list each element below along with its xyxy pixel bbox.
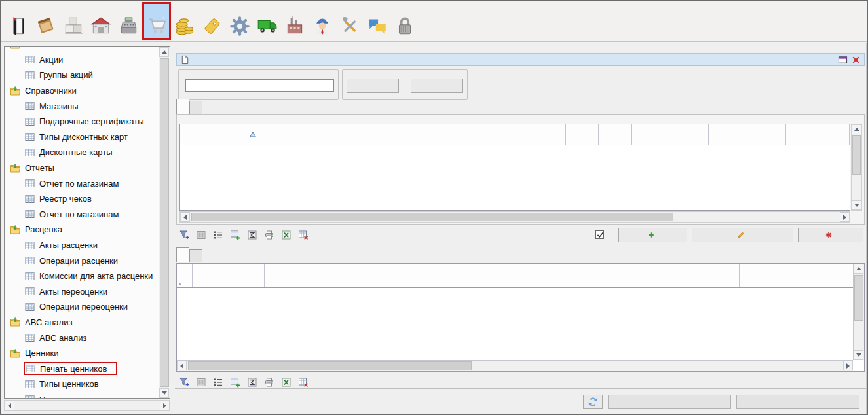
- sidebar-horizontal-scrollbar[interactable]: [4, 400, 170, 411]
- toolbar-item-ved[interactable]: [309, 2, 336, 40]
- sidebar-item[interactable]: Операции расценки: [5, 253, 158, 268]
- sidebar-item[interactable]: Акты расценки: [5, 238, 158, 253]
- sidebar-item[interactable]: Типы дисконтных карт: [5, 130, 158, 145]
- sidebar-item[interactable]: [5, 46, 158, 52]
- column-header-sku[interactable]: [316, 264, 461, 287]
- scroll-down-button[interactable]: [159, 388, 169, 398]
- scroll-up-button[interactable]: [852, 124, 861, 134]
- toolbar-item-warehouse[interactable]: [87, 2, 115, 40]
- numbered-list-icon[interactable]: [212, 376, 224, 388]
- sidebar-item[interactable]: Расценка: [5, 222, 158, 238]
- column-header-type[interactable]: [180, 124, 328, 145]
- filter-add-icon[interactable]: [178, 376, 190, 388]
- column-header-price[interactable]: [740, 264, 785, 287]
- column-header-unit[interactable]: [785, 264, 864, 287]
- sidebar-item[interactable]: Печать ценников: [5, 361, 158, 376]
- scroll-down-button[interactable]: [852, 200, 861, 210]
- scrollbar-thumb[interactable]: [854, 275, 863, 321]
- sidebar-item[interactable]: АВС анализ: [5, 315, 158, 331]
- print-icon[interactable]: [263, 229, 275, 241]
- columns-icon[interactable]: [195, 376, 207, 388]
- columns-icon[interactable]: [195, 229, 207, 241]
- tab-specification[interactable]: [176, 247, 189, 262]
- sidebar-item[interactable]: Отчет по магазинам: [5, 175, 158, 191]
- store-name-input[interactable]: [185, 79, 334, 92]
- sidebar-item[interactable]: Группы акций: [5, 67, 158, 83]
- excel-export-icon[interactable]: [280, 376, 292, 388]
- toolbar-item-purchases[interactable]: [60, 2, 87, 40]
- sidebar-vertical-scrollbar[interactable]: [159, 47, 170, 398]
- table-horizontal-scrollbar[interactable]: [177, 360, 853, 371]
- sidebar-item[interactable]: Комиссии для акта расценки: [5, 268, 158, 284]
- scroll-right-button[interactable]: [843, 361, 853, 370]
- filter-add-icon[interactable]: [178, 229, 190, 241]
- table-vertical-scrollbar[interactable]: [853, 264, 864, 360]
- column-header-computer[interactable]: [786, 124, 850, 145]
- scroll-left-button[interactable]: [5, 401, 14, 410]
- sum-icon[interactable]: [246, 376, 258, 388]
- sidebar-item[interactable]: Магазины: [5, 98, 158, 114]
- toolbar-item-prices[interactable]: [198, 2, 226, 40]
- toolbar-item-sales[interactable]: [115, 2, 142, 40]
- toolbar-item-account[interactable]: [391, 2, 419, 40]
- sidebar-item[interactable]: Реестр чеков: [5, 191, 158, 207]
- all-goods-button[interactable]: [411, 79, 463, 93]
- tab-print-forms[interactable]: [189, 249, 202, 262]
- column-header-name[interactable]: [461, 264, 740, 287]
- sidebar-item[interactable]: Акции: [5, 52, 158, 68]
- scroll-left-button[interactable]: [177, 361, 187, 370]
- excel-export-icon[interactable]: [280, 229, 292, 241]
- refresh-button[interactable]: [583, 395, 603, 409]
- sidebar-item[interactable]: Параметры скидок за количество: [5, 392, 158, 399]
- sidebar-item[interactable]: Типы ценников: [5, 376, 158, 392]
- delete-button[interactable]: [798, 228, 863, 242]
- scroll-right-button[interactable]: [840, 212, 850, 222]
- toolbar-item-transport[interactable]: [254, 2, 281, 40]
- sidebar-item[interactable]: АВС анализ: [5, 330, 158, 346]
- sidebar-item[interactable]: Отчеты: [5, 160, 158, 176]
- sidebar-item[interactable]: Дисконтные карты: [5, 145, 158, 160]
- add-button[interactable]: [618, 228, 687, 242]
- leftovers-button[interactable]: [347, 79, 399, 93]
- column-header-date[interactable]: [566, 124, 599, 145]
- maximize-icon[interactable]: [838, 55, 848, 65]
- checkbox-checked[interactable]: [595, 230, 604, 239]
- sidebar-item[interactable]: Операции переоценки: [5, 299, 158, 315]
- sidebar-item[interactable]: Справочники: [5, 83, 158, 99]
- scroll-right-button[interactable]: [160, 401, 170, 410]
- toolbar-item-desktop[interactable]: [5, 2, 32, 40]
- scrollbar-thumb[interactable]: [160, 58, 169, 387]
- add-row-icon[interactable]: [229, 376, 241, 388]
- sidebar-item[interactable]: Ценники: [5, 346, 158, 361]
- column-header-mark[interactable]: [177, 264, 193, 287]
- column-header-created[interactable]: [709, 124, 786, 145]
- sum-icon[interactable]: [246, 229, 258, 241]
- add-row-icon[interactable]: [229, 229, 241, 241]
- tab-print-price-tags[interactable]: [176, 99, 189, 114]
- sidebar-item[interactable]: Подарочные сертификаты: [5, 114, 158, 130]
- column-header-time[interactable]: [599, 124, 632, 145]
- toolbar-item-retail[interactable]: [142, 2, 171, 40]
- sidebar-item[interactable]: Отчет по магазинам: [5, 207, 158, 223]
- column-header-barcode[interactable]: [193, 264, 265, 287]
- save-button[interactable]: [608, 395, 731, 409]
- scroll-down-button[interactable]: [854, 350, 863, 360]
- scrollbar-thumb[interactable]: [191, 213, 673, 221]
- print-icon[interactable]: [263, 376, 275, 388]
- toolbar-item-administration[interactable]: [336, 2, 364, 40]
- table-vertical-scrollbar[interactable]: [851, 124, 862, 211]
- scrollbar-thumb[interactable]: [188, 361, 472, 370]
- column-header-basis[interactable]: [328, 124, 566, 145]
- active-filter-checkbox[interactable]: [595, 230, 607, 239]
- delete-grid-icon[interactable]: [297, 376, 309, 388]
- scrollbar-thumb[interactable]: [852, 135, 861, 175]
- column-header-user[interactable]: [632, 124, 709, 145]
- scroll-up-button[interactable]: [159, 47, 169, 57]
- table-horizontal-scrollbar[interactable]: [179, 211, 850, 223]
- scroll-up-button[interactable]: [854, 264, 863, 274]
- toolbar-item-equipment[interactable]: [226, 2, 254, 40]
- column-header-code[interactable]: [265, 264, 316, 287]
- sidebar-item[interactable]: Акты переоценки: [5, 284, 158, 300]
- close-icon[interactable]: [851, 55, 861, 65]
- scroll-left-button[interactable]: [180, 212, 190, 222]
